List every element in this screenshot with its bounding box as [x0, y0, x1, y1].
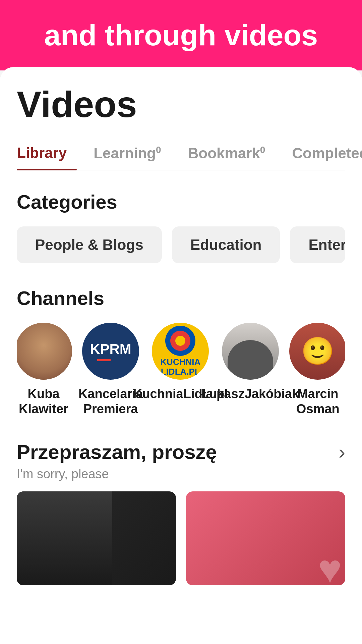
video-thumbnails	[17, 491, 345, 585]
channel-avatar-kuchnia: KUCHNIA LIDLA.PL	[152, 323, 209, 380]
video-section-subtitle: I'm sorry, please	[17, 467, 345, 481]
kuchnia-text: KUCHNIA LIDLA.PL	[160, 357, 200, 376]
main-card: Videos Library Learning0 Bookmark0 Compl…	[0, 67, 362, 644]
channel-kuchnia[interactable]: KUCHNIA LIDLA.PL KuchniaLidla.pl	[151, 323, 210, 417]
channel-avatar-marcin: 🙂	[289, 323, 345, 380]
category-entertainment[interactable]: Entertainm...	[290, 226, 345, 263]
channel-name-marcin: Marcin Osman	[291, 386, 345, 417]
lidl-icon	[165, 326, 195, 356]
categories-title: Categories	[17, 191, 345, 213]
chevron-right-icon[interactable]: ›	[339, 440, 345, 464]
channel-name-lukasz: ŁukaszJakóbiak	[201, 386, 299, 402]
kprm-logo-text: KPRM	[90, 341, 131, 357]
categories-list: People & Blogs Education Entertainm...	[17, 226, 345, 263]
video-section-title: Przepraszam, proszę	[17, 440, 217, 464]
channel-name-kuba: Kuba Klawiter	[17, 386, 70, 417]
categories-section: Categories People & Blogs Education Ente…	[17, 191, 345, 263]
channel-marcin[interactable]: 🙂 Marcin Osman	[291, 323, 345, 417]
category-education[interactable]: Education	[172, 226, 280, 263]
video-section-header: Przepraszam, proszę ›	[17, 440, 345, 464]
hero-text: and through videos	[44, 19, 318, 52]
category-people-blogs[interactable]: People & Blogs	[17, 226, 162, 263]
channel-avatar-kuba	[17, 323, 72, 380]
channel-avatar-kprm: KPRM	[82, 323, 139, 380]
channel-kuba[interactable]: Kuba Klawiter	[17, 323, 70, 417]
channel-kprm[interactable]: KPRM Kancelaria Premiera	[80, 323, 141, 417]
kprm-underline	[97, 359, 124, 361]
tabs-bar: Library Learning0 Bookmark0 Completed0	[17, 138, 345, 170]
page-title: Videos	[17, 84, 345, 124]
tab-completed[interactable]: Completed0	[292, 138, 362, 170]
video-section: Przepraszam, proszę › I'm sorry, please	[17, 440, 345, 585]
channel-lukasz[interactable]: ŁukaszJakóbiak	[220, 323, 281, 417]
channels-title: Channels	[17, 287, 345, 309]
hero-banner: and through videos	[0, 0, 362, 70]
video-thumb-2[interactable]	[186, 491, 345, 585]
tab-bookmark[interactable]: Bookmark0	[188, 138, 276, 170]
channels-list: Kuba Klawiter KPRM Kancelaria Premiera	[17, 323, 345, 417]
tab-learning[interactable]: Learning0	[94, 138, 171, 170]
video-thumb-1[interactable]	[17, 491, 176, 585]
marcin-face: 🙂	[289, 323, 345, 380]
tab-library[interactable]: Library	[17, 138, 77, 170]
channel-avatar-lukasz	[222, 323, 279, 380]
channels-section: Channels Kuba Klawiter KPRM Kancelaria P…	[17, 287, 345, 417]
